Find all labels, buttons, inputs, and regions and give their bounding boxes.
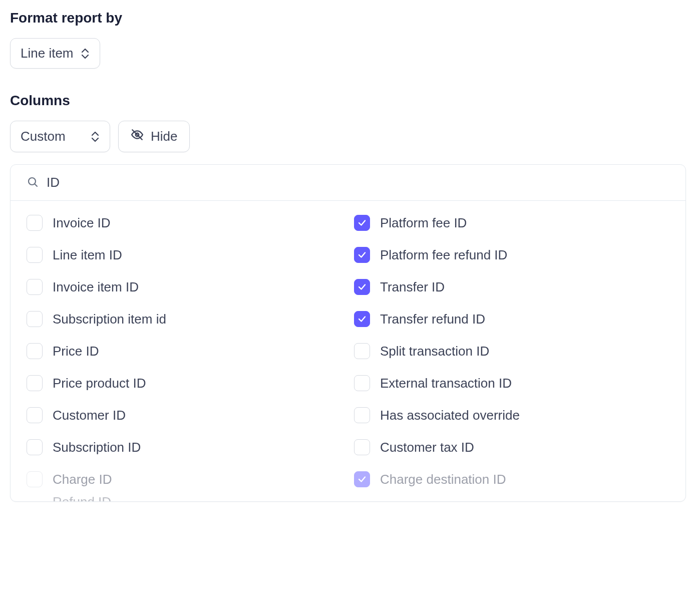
checkbox[interactable] xyxy=(27,343,43,359)
column-option-label: Platform fee refund ID xyxy=(380,247,507,263)
column-option-label: Invoice item ID xyxy=(53,279,139,295)
column-option[interactable]: Invoice item ID xyxy=(27,271,342,303)
columns-dropdown-panel: Invoice IDLine item IDInvoice item IDSub… xyxy=(10,164,686,502)
columns-options-grid: Invoice IDLine item IDInvoice item IDSub… xyxy=(11,201,685,501)
checkbox[interactable] xyxy=(354,343,370,359)
column-option-label: Subscription item id xyxy=(53,312,166,327)
column-option[interactable]: Subscription item id xyxy=(27,303,342,335)
checkbox[interactable] xyxy=(354,407,370,423)
columns-search-input[interactable] xyxy=(47,175,669,190)
checkbox[interactable] xyxy=(27,375,43,391)
column-option-label: Customer tax ID xyxy=(380,440,474,455)
column-option-label: Invoice ID xyxy=(53,215,111,231)
truncated-option-label: Refund ID xyxy=(53,495,111,501)
column-option-label: Price ID xyxy=(53,344,99,359)
checkbox[interactable] xyxy=(354,247,370,263)
checkbox[interactable] xyxy=(354,471,370,487)
checkbox[interactable] xyxy=(354,215,370,231)
column-option-label: Line item ID xyxy=(53,247,122,263)
columns-search-row xyxy=(11,165,685,201)
checkbox[interactable] xyxy=(27,215,43,231)
eye-off-icon xyxy=(131,128,144,145)
column-option-label: Customer ID xyxy=(53,408,126,423)
column-option[interactable]: Line item ID xyxy=(27,239,342,271)
column-option-label: External transaction ID xyxy=(380,376,512,391)
column-option[interactable]: Subscription ID xyxy=(27,431,342,463)
column-option[interactable]: Charge ID xyxy=(27,463,342,495)
column-option[interactable]: Transfer ID xyxy=(354,271,669,303)
column-option[interactable]: Platform fee refund ID xyxy=(354,239,669,271)
format-report-label: Format report by xyxy=(10,10,686,26)
columns-preset-select[interactable]: Custom xyxy=(10,121,110,152)
columns-preset-select-value: Custom xyxy=(21,129,66,144)
format-report-select[interactable]: Line item xyxy=(10,38,100,69)
column-option[interactable]: Price ID xyxy=(27,335,342,367)
format-report-select-value: Line item xyxy=(21,46,74,61)
column-option[interactable]: Customer tax ID xyxy=(354,431,669,463)
column-option[interactable]: Has associated override xyxy=(354,399,669,431)
column-option-label: Has associated override xyxy=(380,408,520,423)
chevron-updown-icon xyxy=(81,48,90,60)
column-option[interactable]: Platform fee ID xyxy=(354,207,669,239)
format-report-section: Format report by Line item xyxy=(10,10,686,69)
checkbox[interactable] xyxy=(354,375,370,391)
column-option-label: Platform fee ID xyxy=(380,215,467,231)
checkbox[interactable] xyxy=(27,311,43,327)
checkbox[interactable] xyxy=(27,471,43,487)
checkbox[interactable] xyxy=(27,407,43,423)
column-option-label: Charge destination ID xyxy=(380,472,506,487)
columns-label: Columns xyxy=(10,93,686,109)
hide-button[interactable]: Hide xyxy=(118,121,190,152)
column-option[interactable]: External transaction ID xyxy=(354,367,669,399)
checkbox[interactable] xyxy=(27,279,43,295)
column-option-label: Transfer refund ID xyxy=(380,312,485,327)
checkbox[interactable] xyxy=(354,279,370,295)
hide-button-label: Hide xyxy=(151,129,177,144)
checkbox[interactable] xyxy=(27,247,43,263)
column-option[interactable]: Invoice ID xyxy=(27,207,342,239)
column-option[interactable]: Customer ID xyxy=(27,399,342,431)
truncated-option-hint: Refund ID xyxy=(27,495,342,501)
checkbox[interactable] xyxy=(27,439,43,455)
column-option-label: Subscription ID xyxy=(53,440,141,455)
search-icon xyxy=(27,176,39,190)
columns-section: Columns Custom Hide xyxy=(10,93,686,502)
column-option-label: Price product ID xyxy=(53,376,146,391)
column-option[interactable]: Price product ID xyxy=(27,367,342,399)
column-option-label: Charge ID xyxy=(53,472,112,487)
column-option-label: Transfer ID xyxy=(380,279,445,295)
column-option[interactable]: Split transaction ID xyxy=(354,335,669,367)
svg-line-3 xyxy=(35,184,37,186)
chevron-updown-icon xyxy=(91,131,100,143)
column-option-label: Split transaction ID xyxy=(380,344,489,359)
checkbox[interactable] xyxy=(354,439,370,455)
column-option[interactable]: Charge destination ID xyxy=(354,463,669,495)
checkbox[interactable] xyxy=(354,311,370,327)
column-option[interactable]: Transfer refund ID xyxy=(354,303,669,335)
